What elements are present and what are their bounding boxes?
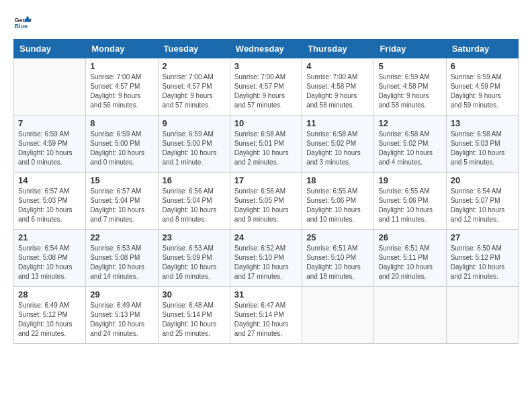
day-info: Sunrise: 6:48 AM Sunset: 5:14 PM Dayligh… xyxy=(163,301,226,338)
day-number: 1 xyxy=(90,61,153,71)
header-thursday: Thursday xyxy=(302,40,374,58)
svg-text:Blue: Blue xyxy=(14,23,28,30)
header-monday: Monday xyxy=(86,40,158,58)
header-tuesday: Tuesday xyxy=(158,40,230,58)
day-info: Sunrise: 6:57 AM Sunset: 5:03 PM Dayligh… xyxy=(18,187,81,224)
calendar-cell: 6Sunrise: 6:59 AM Sunset: 4:59 PM Daylig… xyxy=(446,58,518,116)
day-number: 21 xyxy=(18,232,81,242)
calendar-header-row: SundayMondayTuesdayWednesdayThursdayFrid… xyxy=(14,40,519,58)
calendar-cell: 20Sunrise: 6:54 AM Sunset: 5:07 PM Dayli… xyxy=(446,173,518,230)
calendar-cell: 27Sunrise: 6:50 AM Sunset: 5:12 PM Dayli… xyxy=(446,230,518,287)
day-info: Sunrise: 6:59 AM Sunset: 5:00 PM Dayligh… xyxy=(163,130,226,167)
day-info: Sunrise: 7:00 AM Sunset: 4:57 PM Dayligh… xyxy=(90,73,153,110)
day-info: Sunrise: 6:58 AM Sunset: 5:02 PM Dayligh… xyxy=(378,130,441,167)
calendar-cell xyxy=(446,287,518,344)
day-number: 27 xyxy=(451,232,514,242)
day-info: Sunrise: 6:49 AM Sunset: 5:13 PM Dayligh… xyxy=(90,301,153,338)
day-number: 29 xyxy=(90,289,153,300)
day-number: 23 xyxy=(163,232,226,242)
calendar-cell: 25Sunrise: 6:51 AM Sunset: 5:10 PM Dayli… xyxy=(302,230,374,287)
calendar-cell: 5Sunrise: 6:59 AM Sunset: 4:58 PM Daylig… xyxy=(374,58,446,116)
day-info: Sunrise: 6:51 AM Sunset: 5:10 PM Dayligh… xyxy=(306,244,369,281)
day-number: 26 xyxy=(378,232,441,242)
day-number: 9 xyxy=(163,118,226,128)
day-number: 30 xyxy=(163,289,226,300)
day-info: Sunrise: 6:58 AM Sunset: 5:03 PM Dayligh… xyxy=(451,130,514,167)
day-info: Sunrise: 6:56 AM Sunset: 5:05 PM Dayligh… xyxy=(234,187,298,224)
calendar-cell: 3Sunrise: 7:00 AM Sunset: 4:57 PM Daylig… xyxy=(230,58,302,116)
calendar-cell: 22Sunrise: 6:53 AM Sunset: 5:08 PM Dayli… xyxy=(86,230,158,287)
day-number: 3 xyxy=(234,61,298,71)
header-wednesday: Wednesday xyxy=(230,40,302,58)
day-info: Sunrise: 6:59 AM Sunset: 4:58 PM Dayligh… xyxy=(378,73,441,110)
calendar-cell: 15Sunrise: 6:57 AM Sunset: 5:04 PM Dayli… xyxy=(86,173,158,230)
day-info: Sunrise: 6:59 AM Sunset: 4:59 PM Dayligh… xyxy=(18,130,81,167)
calendar-cell: 7Sunrise: 6:59 AM Sunset: 4:59 PM Daylig… xyxy=(14,116,86,173)
day-info: Sunrise: 6:59 AM Sunset: 4:59 PM Dayligh… xyxy=(451,73,514,110)
day-number: 10 xyxy=(234,118,298,128)
day-info: Sunrise: 6:49 AM Sunset: 5:12 PM Dayligh… xyxy=(18,301,81,338)
day-info: Sunrise: 6:58 AM Sunset: 5:01 PM Dayligh… xyxy=(234,130,298,167)
day-number: 17 xyxy=(234,175,298,185)
day-number: 20 xyxy=(451,175,514,185)
calendar-cell: 14Sunrise: 6:57 AM Sunset: 5:03 PM Dayli… xyxy=(14,173,86,230)
day-number: 4 xyxy=(306,61,369,71)
day-info: Sunrise: 6:53 AM Sunset: 5:08 PM Dayligh… xyxy=(90,244,153,281)
day-number: 12 xyxy=(378,118,441,128)
logo-icon: General Blue xyxy=(13,13,32,32)
day-info: Sunrise: 6:59 AM Sunset: 5:00 PM Dayligh… xyxy=(90,130,153,167)
day-number: 22 xyxy=(90,232,153,242)
day-number: 19 xyxy=(378,175,441,185)
calendar-cell: 18Sunrise: 6:55 AM Sunset: 5:06 PM Dayli… xyxy=(302,173,374,230)
day-number: 18 xyxy=(306,175,369,185)
day-number: 24 xyxy=(234,232,298,242)
calendar-cell: 19Sunrise: 6:55 AM Sunset: 5:06 PM Dayli… xyxy=(374,173,446,230)
day-number: 25 xyxy=(306,232,369,242)
day-info: Sunrise: 6:56 AM Sunset: 5:04 PM Dayligh… xyxy=(163,187,226,224)
week-row-4: 21Sunrise: 6:54 AM Sunset: 5:08 PM Dayli… xyxy=(14,230,519,287)
calendar-cell: 16Sunrise: 6:56 AM Sunset: 5:04 PM Dayli… xyxy=(158,173,230,230)
logo: General Blue xyxy=(13,13,35,32)
calendar-cell: 17Sunrise: 6:56 AM Sunset: 5:05 PM Dayli… xyxy=(230,173,302,230)
calendar-cell: 8Sunrise: 6:59 AM Sunset: 5:00 PM Daylig… xyxy=(86,116,158,173)
calendar-cell: 26Sunrise: 6:51 AM Sunset: 5:11 PM Dayli… xyxy=(374,230,446,287)
day-number: 2 xyxy=(163,61,226,71)
calendar-cell: 24Sunrise: 6:52 AM Sunset: 5:10 PM Dayli… xyxy=(230,230,302,287)
day-info: Sunrise: 6:54 AM Sunset: 5:07 PM Dayligh… xyxy=(451,187,514,224)
day-number: 15 xyxy=(90,175,153,185)
day-info: Sunrise: 6:58 AM Sunset: 5:02 PM Dayligh… xyxy=(306,130,369,167)
calendar-cell: 31Sunrise: 6:47 AM Sunset: 5:14 PM Dayli… xyxy=(230,287,302,344)
calendar-cell: 12Sunrise: 6:58 AM Sunset: 5:02 PM Dayli… xyxy=(374,116,446,173)
day-number: 8 xyxy=(90,118,153,128)
calendar-cell xyxy=(302,287,374,344)
day-number: 31 xyxy=(234,289,298,300)
header-saturday: Saturday xyxy=(446,40,518,58)
day-info: Sunrise: 6:54 AM Sunset: 5:08 PM Dayligh… xyxy=(18,244,81,281)
calendar-cell xyxy=(374,287,446,344)
calendar-cell: 28Sunrise: 6:49 AM Sunset: 5:12 PM Dayli… xyxy=(14,287,86,344)
calendar-cell: 11Sunrise: 6:58 AM Sunset: 5:02 PM Dayli… xyxy=(302,116,374,173)
calendar-cell xyxy=(14,58,86,116)
week-row-5: 28Sunrise: 6:49 AM Sunset: 5:12 PM Dayli… xyxy=(14,287,519,344)
day-info: Sunrise: 6:53 AM Sunset: 5:09 PM Dayligh… xyxy=(163,244,226,281)
day-info: Sunrise: 6:55 AM Sunset: 5:06 PM Dayligh… xyxy=(306,187,369,224)
day-info: Sunrise: 7:00 AM Sunset: 4:58 PM Dayligh… xyxy=(306,73,369,110)
calendar-cell: 10Sunrise: 6:58 AM Sunset: 5:01 PM Dayli… xyxy=(230,116,302,173)
calendar-cell: 30Sunrise: 6:48 AM Sunset: 5:14 PM Dayli… xyxy=(158,287,230,344)
calendar-cell: 29Sunrise: 6:49 AM Sunset: 5:13 PM Dayli… xyxy=(86,287,158,344)
day-number: 6 xyxy=(451,61,514,71)
day-number: 28 xyxy=(18,289,81,300)
day-info: Sunrise: 6:47 AM Sunset: 5:14 PM Dayligh… xyxy=(234,301,298,338)
day-info: Sunrise: 7:00 AM Sunset: 4:57 PM Dayligh… xyxy=(163,73,226,110)
day-number: 14 xyxy=(18,175,81,185)
calendar-cell: 21Sunrise: 6:54 AM Sunset: 5:08 PM Dayli… xyxy=(14,230,86,287)
day-info: Sunrise: 6:57 AM Sunset: 5:04 PM Dayligh… xyxy=(90,187,153,224)
header: General Blue xyxy=(13,13,519,32)
day-info: Sunrise: 6:55 AM Sunset: 5:06 PM Dayligh… xyxy=(378,187,441,224)
header-friday: Friday xyxy=(374,40,446,58)
calendar-cell: 2Sunrise: 7:00 AM Sunset: 4:57 PM Daylig… xyxy=(158,58,230,116)
calendar: SundayMondayTuesdayWednesdayThursdayFrid… xyxy=(13,39,519,344)
calendar-cell: 4Sunrise: 7:00 AM Sunset: 4:58 PM Daylig… xyxy=(302,58,374,116)
calendar-cell: 1Sunrise: 7:00 AM Sunset: 4:57 PM Daylig… xyxy=(86,58,158,116)
day-info: Sunrise: 7:00 AM Sunset: 4:57 PM Dayligh… xyxy=(234,73,298,110)
